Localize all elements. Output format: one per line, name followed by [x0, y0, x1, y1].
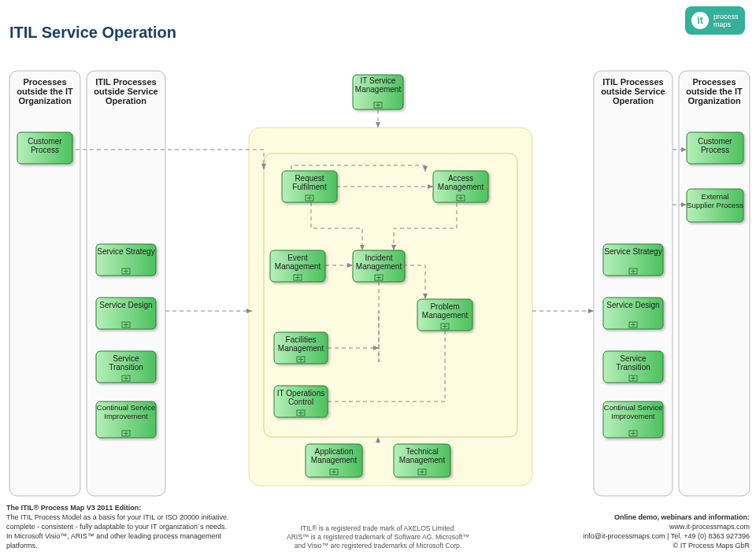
box-event-mgmt[interactable]: Event Management	[270, 250, 325, 282]
box-service-design-right[interactable]: Service Design	[603, 298, 663, 329]
box-service-transition-left[interactable]: Service Transition	[96, 351, 156, 383]
footer-right-line: www.it-processmaps.com	[545, 522, 750, 531]
box-external-supplier-process[interactable]: External Supplier Process	[687, 189, 743, 222]
box-service-design-left[interactable]: Service Design	[96, 298, 156, 329]
box-incident-mgmt[interactable]: Incident Management	[353, 250, 405, 282]
box-label: Service Strategy	[603, 247, 663, 256]
box-problem-mgmt[interactable]: Problem Management	[417, 299, 472, 331]
box-technical-mgmt[interactable]: Technical Management	[394, 444, 450, 477]
box-label: IT Operations Control	[274, 389, 328, 406]
box-label: Service Design	[603, 301, 663, 309]
box-label: Incident Management	[353, 253, 405, 271]
box-facilities-mgmt[interactable]: Facilities Management	[274, 332, 328, 364]
box-label: Request Fulfilment	[282, 174, 337, 191]
box-it-service-mgmt[interactable]: IT Service Management	[353, 75, 403, 109]
box-label: Customer Process	[687, 137, 743, 154]
box-service-strategy-left[interactable]: Service Strategy	[96, 244, 156, 276]
box-customer-process-left[interactable]: Customer Process	[17, 132, 72, 164]
box-label: Service Transition	[603, 354, 663, 372]
box-label: Continual Service Improvement	[96, 403, 156, 420]
box-label: IT Service Management	[353, 76, 403, 94]
box-label: Application Management	[306, 447, 362, 464]
box-it-ops-control[interactable]: IT Operations Control	[274, 386, 328, 417]
lane-label: Processes outside the IT Organization	[680, 77, 748, 105]
box-label: External Supplier Process	[687, 192, 743, 209]
footer-left-line: The ITIL Process Model as a basis for yo…	[6, 512, 243, 522]
lane-label: Processes outside the IT Organization	[11, 77, 79, 105]
box-label: Continual Service Improvement	[603, 403, 663, 420]
lane-label: ITIL Processes outside Service Operation	[595, 77, 671, 105]
footer-right: Online demo, webinars and information: w…	[545, 512, 750, 550]
box-label: Service Strategy	[96, 247, 156, 256]
box-label: Access Management	[433, 174, 488, 191]
box-label: Event Management	[270, 253, 325, 271]
box-csi-right[interactable]: Continual Service Improvement	[603, 401, 663, 438]
box-label: Facilities Management	[274, 335, 328, 353]
box-customer-process-right[interactable]: Customer Process	[687, 132, 743, 164]
footer-left-heading: The ITIL® Process Map V3 2011 Edition:	[6, 503, 243, 512]
box-request-fulfilment[interactable]: Request Fulfilment	[282, 171, 337, 202]
box-csi-left[interactable]: Continual Service Improvement	[96, 401, 156, 438]
box-label: Service Transition	[96, 354, 156, 372]
lane-label: ITIL Processes outside Service Operation	[88, 77, 164, 105]
box-application-mgmt[interactable]: Application Management	[306, 444, 362, 477]
box-label: Service Design	[96, 301, 156, 309]
footer-right-line: © IT Process Maps GbR	[545, 541, 750, 550]
box-label: Customer Process	[17, 137, 72, 154]
footer-right-heading: Online demo, webinars and information:	[545, 512, 750, 522]
box-label: Technical Management	[394, 447, 450, 464]
box-service-strategy-right[interactable]: Service Strategy	[603, 244, 663, 276]
box-service-transition-right[interactable]: Service Transition	[603, 351, 663, 383]
box-access-mgmt[interactable]: Access Management	[433, 171, 488, 202]
box-label: Problem Management	[417, 302, 472, 320]
footer-right-line: info@it-processmaps.com | Tel. +49 (0) 8…	[545, 531, 750, 541]
